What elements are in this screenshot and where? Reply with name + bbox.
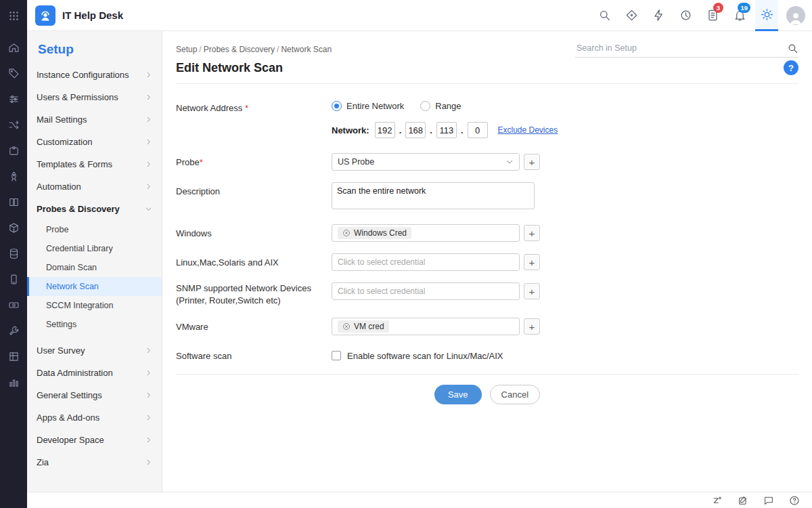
linux-credential-field[interactable] [332, 253, 520, 271]
reports-icon[interactable] [8, 377, 20, 388]
sidebar-child-sccm-integration[interactable]: SCCM Integration [27, 296, 162, 315]
sidebar-item-instance-configurations[interactable]: Instance Configurations [27, 64, 162, 86]
description-row: Description Scan the entire network [176, 182, 798, 209]
user-avatar[interactable] [786, 6, 805, 25]
app-rail [0, 0, 27, 508]
setup-search-input[interactable] [575, 41, 787, 56]
sidebar-item-mail-settings[interactable]: Mail Settings [27, 108, 162, 131]
integrations-icon[interactable] [8, 145, 20, 156]
lightning-icon [652, 9, 665, 22]
launch-icon[interactable] [8, 171, 20, 182]
assets-icon[interactable] [8, 222, 20, 234]
chevron-right-icon [145, 436, 152, 444]
help-button[interactable]: ? [784, 60, 798, 75]
sidebar-item-data-administration[interactable]: Data Administration [27, 362, 162, 384]
zia-icon[interactable] [712, 495, 723, 506]
tools-icon[interactable] [8, 325, 20, 337]
snmp-credential-input[interactable] [338, 287, 514, 296]
ip-octet-1[interactable] [375, 122, 395, 138]
settings-button[interactable] [755, 0, 778, 31]
chip-label: Windows Cred [354, 228, 407, 238]
rail-nav [8, 42, 20, 388]
sidebar-item-general-settings[interactable]: General Settings [27, 384, 162, 406]
global-search-button[interactable] [593, 0, 616, 31]
notifications-button[interactable]: 19 [728, 0, 751, 31]
probe-row: Probe* US Probe + [176, 153, 798, 171]
exclude-devices-link[interactable]: Exclude Devices [498, 125, 558, 135]
breadcrumb-setup[interactable]: Setup [176, 45, 197, 54]
software-scan-row: Software scan Enable software scan for L… [176, 347, 798, 362]
add-windows-credential-button[interactable]: + [524, 225, 540, 241]
workflow-icon[interactable] [8, 119, 20, 131]
entire-network-radio[interactable]: Entire Network [332, 101, 404, 111]
probe-selected-value: US Probe [338, 157, 505, 167]
breadcrumb-separator: / [197, 45, 203, 54]
remove-chip-icon[interactable] [342, 322, 351, 331]
ip-octet-4[interactable] [468, 122, 488, 138]
sidebar-item-users-permissions[interactable]: Users & Permissions [27, 86, 162, 108]
sidebar-child-probe[interactable]: Probe [27, 220, 162, 239]
home-icon[interactable] [8, 42, 20, 54]
help-icon[interactable] [789, 495, 800, 506]
page-header: Edit Network Scan ? [176, 60, 798, 84]
sidebar-item-customization[interactable]: Customization [27, 131, 162, 153]
sidebar-item-automation[interactable]: Automation [27, 175, 162, 198]
gear-icon [761, 8, 773, 21]
recent-items-button[interactable] [674, 0, 697, 31]
sidebar-item-apps-addons[interactable]: Apps & Add-ons [27, 406, 162, 429]
save-button[interactable]: Save [434, 385, 482, 404]
devices-icon[interactable] [8, 274, 20, 285]
breadcrumb-network-scan[interactable]: Network Scan [281, 45, 332, 54]
add-linux-credential-button[interactable]: + [524, 254, 540, 270]
probe-label: Probe* [176, 153, 332, 171]
tags-icon[interactable] [8, 68, 20, 79]
notifications-badge: 19 [738, 3, 750, 13]
ip-octet-2[interactable] [405, 122, 426, 138]
cancel-button[interactable]: Cancel [490, 385, 540, 404]
network-ip-label: Network: [332, 125, 369, 135]
entire-network-radio-label: Entire Network [346, 101, 404, 111]
breadcrumb-probes-discovery[interactable]: Probes & Discovery [204, 45, 275, 54]
software-scan-checkbox-label: Enable software scan for Linux/Mac/AIX [347, 351, 503, 361]
sidebar-item-user-survey[interactable]: User Survey [27, 339, 162, 362]
apps-menu-button[interactable] [0, 0, 27, 31]
linux-credential-input[interactable] [338, 257, 514, 267]
quick-actions-button[interactable] [647, 0, 670, 31]
library-icon[interactable] [8, 196, 20, 208]
add-probe-button[interactable]: + [524, 154, 540, 170]
sidebar-child-settings[interactable]: Settings [27, 315, 162, 334]
sidebar-item-label: Apps & Add-ons [37, 412, 99, 423]
vmware-credential-field[interactable]: VM cred [332, 318, 520, 335]
sidebar-child-network-scan[interactable]: Network Scan [27, 277, 162, 296]
remove-chip-icon[interactable] [342, 229, 351, 237]
description-textarea[interactable]: Scan the entire network [332, 182, 535, 209]
snmp-credential-field[interactable] [332, 282, 520, 300]
octet-dot: . [430, 125, 432, 135]
windows-credential-field[interactable]: Windows Cred [332, 224, 520, 242]
chat-icon[interactable] [763, 495, 774, 506]
feedback-icon[interactable] [738, 495, 748, 506]
app-logo[interactable] [35, 5, 55, 26]
linux-credential-row: Linux,Mac,Solaris and AIX + [176, 253, 798, 271]
ip-octet-3[interactable] [436, 122, 457, 138]
sidebar-item-probes-discovery[interactable]: Probes & Discovery [27, 198, 162, 220]
sidebar-item-developer-space[interactable]: Developer Space [27, 429, 162, 451]
approvals-button[interactable]: 3 [701, 0, 724, 31]
database-icon[interactable] [8, 248, 20, 259]
sidebar-item-zia[interactable]: Zia [27, 451, 162, 473]
layout-icon[interactable] [8, 351, 20, 362]
sliders-icon[interactable] [8, 93, 20, 105]
sidebar-child-credential-library[interactable]: Credential Library [27, 239, 162, 258]
software-scan-checkbox[interactable] [332, 351, 341, 360]
search-icon[interactable] [787, 43, 798, 54]
range-radio[interactable]: Range [420, 101, 461, 111]
sidebar-item-templates-forms[interactable]: Templates & Forms [27, 153, 162, 175]
sidebar-child-label: Settings [46, 320, 76, 329]
add-vmware-credential-button[interactable]: + [524, 318, 540, 335]
add-snmp-credential-button[interactable]: + [524, 283, 540, 299]
sidebar-child-domain-scan[interactable]: Domain Scan [27, 258, 162, 277]
probe-select[interactable]: US Probe [332, 153, 520, 171]
explore-button[interactable] [620, 0, 643, 31]
purchase-icon[interactable] [8, 299, 20, 311]
setup-sidebar: Setup Instance Configurations Users & Pe… [27, 31, 162, 492]
